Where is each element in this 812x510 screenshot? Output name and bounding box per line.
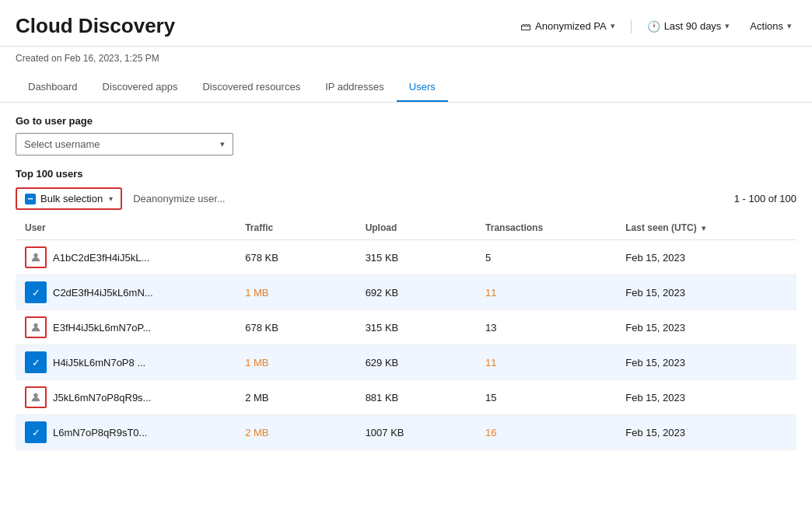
actions-button[interactable]: Actions ▾ [745,17,796,35]
svg-point-0 [33,253,37,257]
svg-point-2 [33,393,37,397]
time-filter-button[interactable]: 🕐 Last 90 days ▾ [642,17,735,36]
actions-label: Actions [750,20,783,32]
bulk-selection-label: Bulk selection [40,193,103,204]
last-seen-cell: Feb 15, 2023 [616,310,796,345]
col-header-upload: Upload [356,216,476,240]
user-avatar[interactable] [25,386,47,408]
user-avatar[interactable]: ✓ [25,281,47,303]
traffic-cell: 2 MB [236,415,355,450]
user-avatar[interactable] [25,246,47,268]
col-header-user: User [16,216,236,240]
upload-cell: 629 KB [356,345,476,380]
table-row[interactable]: A1bC2dE3fH4iJ5kL...678 KB315 KB5Feb 15, … [16,240,796,275]
col-header-last-seen[interactable]: Last seen (UTC) ▾ [616,216,796,240]
user-avatar[interactable]: ✓ [25,351,47,373]
table-row[interactable]: ✓L6mN7oP8qR9sT0...2 MB1007 KB16Feb 15, 2… [16,415,796,450]
user-avatar[interactable]: ✓ [25,421,47,443]
transactions-cell: 11 [476,345,616,380]
col-header-traffic: Traffic [236,216,355,240]
bulk-chevron-icon: ▾ [109,194,113,203]
transactions-cell: 11 [476,275,616,310]
pagination-text: 1 - 100 of 100 [734,193,796,204]
page-container: Cloud Discovery 🗃 Anonymized PA ▾ 🕐 Last… [0,0,812,510]
filter-icon: 🗃 [520,20,531,33]
traffic-cell: 1 MB [236,275,355,310]
upload-cell: 692 KB [356,275,476,310]
time-label: Last 90 days [664,20,722,32]
transactions-cell: 5 [476,240,616,275]
last-seen-cell: Feb 15, 2023 [616,275,796,310]
table-header-row: User Traffic Upload Transactions Last se… [16,216,796,240]
filter-chevron-icon: ▾ [611,21,615,31]
table-row[interactable]: E3fH4iJ5kL6mN7oP...678 KB315 KB13Feb 15,… [16,310,796,345]
tabs-bar: Dashboard Discovered apps Discovered res… [0,65,812,103]
last-seen-cell: Feb 15, 2023 [616,415,796,450]
col-header-transactions: Transactions [476,216,616,240]
user-name: C2dE3fH4iJ5kL6mN... [53,287,153,299]
tab-discovered-apps[interactable]: Discovered apps [90,75,191,102]
transactions-cell: 13 [476,310,616,345]
bulk-selection-icon [25,194,36,204]
main-content: Go to user page Select username ▾ Top 10… [0,103,812,463]
toolbar: Bulk selection ▾ Deanonymize user... 1 -… [16,187,796,210]
top-users-label: Top 100 users [16,168,796,180]
user-name: J5kL6mN7oP8qR9s... [53,392,151,403]
user-name: A1bC2dE3fH4iJ5kL... [53,252,149,264]
toolbar-left: Bulk selection ▾ Deanonymize user... [16,187,232,210]
upload-cell: 315 KB [356,310,476,345]
username-placeholder: Select username [24,138,100,150]
tab-discovered-resources[interactable]: Discovered resources [190,75,313,102]
last-seen-cell: Feb 15, 2023 [616,345,796,380]
user-avatar[interactable] [25,316,47,338]
last-seen-cell: Feb 15, 2023 [616,380,796,415]
filter-label: Anonymized PA [535,20,607,32]
traffic-cell: 2 MB [236,380,355,415]
upload-cell: 1007 KB [356,415,476,450]
sub-header: Created on Feb 16, 2023, 1:25 PM [0,47,812,64]
tab-dashboard[interactable]: Dashboard [16,75,90,102]
sort-icon: ▾ [702,224,705,232]
header-controls: 🗃 Anonymized PA ▾ 🕐 Last 90 days ▾ Actio… [516,17,796,36]
filter-button[interactable]: 🗃 Anonymized PA ▾ [516,17,620,36]
traffic-cell: 1 MB [236,345,355,380]
select-chevron-icon: ▾ [220,139,225,149]
tab-ip-addresses[interactable]: IP addresses [313,75,397,102]
last-seen-cell: Feb 15, 2023 [616,240,796,275]
actions-chevron-icon: ▾ [787,21,792,31]
upload-cell: 881 KB [356,380,476,415]
created-text: Created on Feb 16, 2023, 1:25 PM [16,53,159,64]
clock-icon: 🕐 [647,20,660,33]
svg-point-1 [33,323,37,327]
transactions-cell: 15 [476,380,616,415]
user-name: E3fH4iJ5kL6mN7oP... [53,322,151,334]
deanonymize-button[interactable]: Deanonymize user... [127,189,232,208]
time-chevron-icon: ▾ [725,21,730,31]
transactions-cell: 16 [476,415,616,450]
tab-users[interactable]: Users [397,75,448,102]
bulk-selection-button[interactable]: Bulk selection ▾ [16,187,122,210]
header-divider [631,19,632,33]
table-row[interactable]: J5kL6mN7oP8qR9s...2 MB881 KB15Feb 15, 20… [16,380,796,415]
table-row[interactable]: ✓C2dE3fH4iJ5kL6mN...1 MB692 KB11Feb 15, … [16,275,796,310]
user-name: L6mN7oP8qR9sT0... [53,427,147,438]
upload-cell: 315 KB [356,240,476,275]
user-name: H4iJ5kL6mN7oP8 ... [53,357,145,369]
deanonymize-label: Deanonymize user... [133,193,226,204]
user-page-label: Go to user page [16,115,796,127]
page-title: Cloud Discovery [16,14,175,38]
username-select[interactable]: Select username ▾ [16,133,233,155]
traffic-cell: 678 KB [236,240,355,275]
table-row[interactable]: ✓H4iJ5kL6mN7oP8 ...1 MB629 KB11Feb 15, 2… [16,345,796,380]
users-table: User Traffic Upload Transactions Last se… [16,216,796,450]
header: Cloud Discovery 🗃 Anonymized PA ▾ 🕐 Last… [0,0,812,47]
traffic-cell: 678 KB [236,310,355,345]
